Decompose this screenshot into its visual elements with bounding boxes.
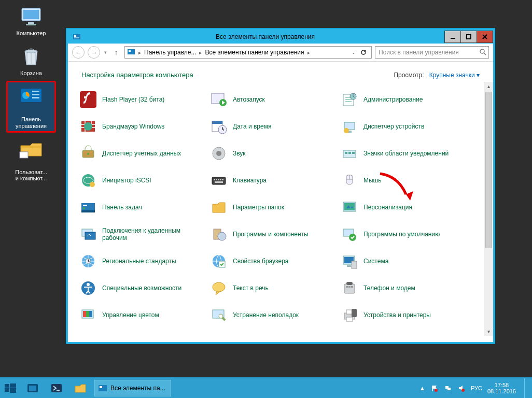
svg-rect-88 xyxy=(10,383,16,388)
tray-overflow-button[interactable]: ▲ xyxy=(419,385,425,391)
control-panel-item-inetopt[interactable]: Свойства браузера xyxy=(208,248,338,275)
region-icon xyxy=(79,252,97,270)
control-panel-item-keyboard[interactable]: Клавиатура xyxy=(208,167,338,194)
taskbar-pin-powershell[interactable] xyxy=(45,379,68,397)
items-grid: Flash Player (32 бита)АвтозапускАдминист… xyxy=(77,86,480,329)
nav-forward-button[interactable]: → xyxy=(88,46,100,59)
desktop-icon-computer[interactable]: Компьютер xyxy=(7,2,55,40)
control-panel-item-datetime[interactable]: Дата и время xyxy=(208,113,338,140)
control-panel-item-personalize[interactable]: Персонализация xyxy=(339,194,468,221)
control-panel-item-label: Параметры папок xyxy=(233,204,284,211)
minimize-button[interactable] xyxy=(444,31,461,43)
trouble-icon xyxy=(210,306,228,324)
desktop-icon-recycle-bin[interactable]: Корзина xyxy=(7,42,55,80)
control-panel-item-credmgr[interactable]: Диспетчер учетных данных xyxy=(77,140,207,167)
control-panel-item-colormgmt[interactable]: Управление цветом xyxy=(77,302,207,329)
control-panel-item-label: Значки области уведомлений xyxy=(363,150,449,157)
scroll-up-button[interactable]: ▴ xyxy=(484,82,493,91)
flash-icon xyxy=(79,91,97,108)
keyboard-icon xyxy=(210,172,228,189)
control-panel-item-firewall[interactable]: Брандмауэр Windows xyxy=(77,113,207,140)
view-by-dropdown[interactable]: Крупные значки ▾ xyxy=(429,72,480,79)
svg-rect-2 xyxy=(28,22,34,24)
datetime-icon xyxy=(210,118,228,135)
svg-point-18 xyxy=(480,49,484,53)
tray-flag-icon[interactable] xyxy=(430,384,439,392)
svg-rect-44 xyxy=(216,179,217,180)
control-panel-item-programs[interactable]: Программы и компоненты xyxy=(208,221,338,248)
scroll-thumb[interactable] xyxy=(485,92,492,248)
system-icon xyxy=(341,252,358,270)
search-box[interactable] xyxy=(375,46,489,59)
control-panel-item-rdp[interactable]: Подключения к удаленным рабочим xyxy=(77,221,207,248)
control-panel-item-admin[interactable]: Администрирование xyxy=(339,86,468,113)
svg-point-99 xyxy=(461,389,465,392)
desktop-icon-users-and-computers[interactable]: Пользоват...и компьют... xyxy=(7,134,55,185)
control-panel-item-taskbar[interactable]: Панель задач xyxy=(77,194,207,221)
taskbar-pin-server-manager[interactable] xyxy=(21,379,44,397)
control-panel-item-printers[interactable]: Устройства и принтеры xyxy=(339,302,468,329)
tray-language-indicator[interactable]: РУС xyxy=(471,385,482,391)
vertical-scrollbar[interactable]: ▴ ▾ xyxy=(484,82,493,336)
svg-rect-79 xyxy=(86,311,89,317)
taskbar-pin-explorer[interactable] xyxy=(69,379,92,397)
show-desktop-button[interactable] xyxy=(524,378,529,398)
breadcrumb-item[interactable]: Все элементы панели управления xyxy=(205,49,304,56)
control-panel-item-autoplay[interactable]: Автозапуск xyxy=(208,86,338,113)
control-panel-item-system[interactable]: Система xyxy=(339,248,468,275)
breadcrumb-separator[interactable]: ▸ xyxy=(198,50,203,55)
control-panel-item-label: Мышь xyxy=(363,177,382,184)
breadcrumb-separator[interactable]: ▸ xyxy=(137,50,142,55)
tray-clock[interactable]: 17:58 08.11.2016 xyxy=(487,382,516,394)
breadcrumb-item[interactable]: Панель управле... xyxy=(144,49,196,56)
programs-icon xyxy=(210,225,228,243)
defprog-icon xyxy=(341,225,358,243)
control-panel-item-region[interactable]: Региональные стандарты xyxy=(77,248,207,275)
refresh-button[interactable] xyxy=(358,49,369,56)
address-dropdown[interactable]: ⌄ xyxy=(352,50,356,55)
svg-rect-98 xyxy=(447,388,451,390)
svg-rect-9 xyxy=(32,97,39,98)
control-panel-item-iscsi[interactable]: Инициатор iSCSI xyxy=(77,167,207,194)
taskbar-task-control-panel[interactable]: Все элементы па... xyxy=(94,380,171,396)
search-input[interactable] xyxy=(377,48,477,56)
svg-rect-1 xyxy=(23,10,39,19)
breadcrumb-separator[interactable]: ▸ xyxy=(306,50,311,55)
control-panel-item-phone[interactable]: Телефон и модем xyxy=(339,275,468,302)
svg-point-52 xyxy=(83,207,85,209)
control-panel-item-folderopt[interactable]: Параметры папок xyxy=(208,194,338,221)
scroll-track[interactable] xyxy=(484,91,493,327)
tts-icon xyxy=(210,279,228,297)
tray-volume-icon[interactable] xyxy=(457,384,466,392)
close-button[interactable] xyxy=(477,31,493,43)
svg-rect-72 xyxy=(344,284,355,293)
control-panel-item-trayicons[interactable]: Значки области уведомлений xyxy=(339,140,468,167)
svg-point-71 xyxy=(213,282,225,292)
svg-rect-86 xyxy=(352,309,357,317)
control-panel-item-flash[interactable]: Flash Player (32 бита) xyxy=(77,86,207,113)
svg-rect-17 xyxy=(129,50,131,52)
credmgr-icon xyxy=(79,145,97,162)
scroll-down-button[interactable]: ▾ xyxy=(484,327,493,336)
control-panel-item-label: Специальные возможности xyxy=(102,285,181,292)
control-panel-item-trouble[interactable]: Устранение неполадок xyxy=(208,302,338,329)
page-heading: Настройка параметров компьютера xyxy=(81,71,193,79)
control-panel-item-tts[interactable]: Текст в речь xyxy=(208,275,338,302)
desktop-icon-control-panel[interactable]: Панельуправления xyxy=(7,81,55,132)
search-icon[interactable] xyxy=(479,48,486,57)
nav-back-button[interactable]: ← xyxy=(72,46,85,59)
control-panel-item-defprog[interactable]: Программы по умолчанию xyxy=(339,221,468,248)
iscsi-icon xyxy=(79,172,97,189)
address-bar[interactable]: ▸ Панель управле... ▸ Все элементы панел… xyxy=(124,46,372,59)
maximize-button[interactable] xyxy=(460,31,477,43)
start-button[interactable] xyxy=(0,378,21,398)
control-panel-item-devmgr[interactable]: Диспетчер устройств xyxy=(339,113,468,140)
control-panel-item-mouse[interactable]: Мышь xyxy=(339,167,468,194)
control-panel-item-sound[interactable]: Звук xyxy=(208,140,338,167)
tray-network-icon[interactable] xyxy=(444,384,452,392)
nav-up-button[interactable]: ↑ xyxy=(111,47,121,58)
svg-rect-87 xyxy=(5,384,9,388)
nav-history-dropdown[interactable]: ▾ xyxy=(103,50,108,55)
control-panel-item-access[interactable]: Специальные возможности xyxy=(77,275,207,302)
titlebar[interactable]: Все элементы панели управления xyxy=(68,30,493,44)
